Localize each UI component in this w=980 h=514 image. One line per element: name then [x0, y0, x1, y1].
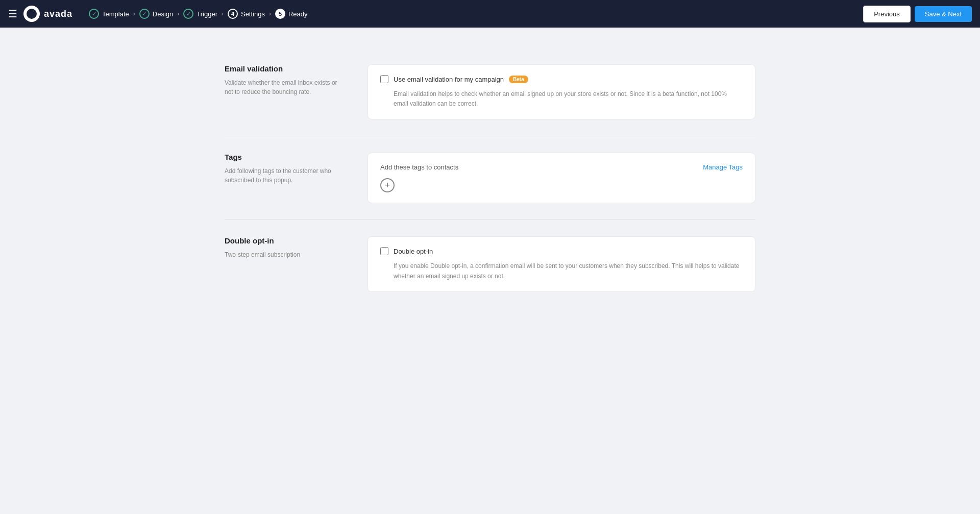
double-optin-card: Double opt-in If you enable Double opt-i… — [368, 236, 755, 291]
double-optin-checkbox-row: Double opt-in — [380, 247, 743, 255]
double-optin-section: Double opt-in Two-step email subscriptio… — [225, 220, 755, 308]
double-optin-checkbox-label: Double opt-in — [394, 248, 433, 255]
breadcrumb-template[interactable]: ✓ Template — [89, 9, 129, 19]
tags-section: Tags Add following tags to the customer … — [225, 136, 755, 220]
beta-badge: Beta — [509, 76, 528, 83]
tags-left: Tags Add following tags to the customer … — [225, 153, 347, 203]
save-next-button[interactable]: Save & Next — [915, 6, 972, 22]
trigger-label: Trigger — [197, 10, 217, 18]
email-validation-checkbox[interactable] — [380, 75, 388, 83]
double-optin-right: Double opt-in If you enable Double opt-i… — [368, 236, 755, 291]
breadcrumb-arrow-2: › — [177, 10, 179, 17]
breadcrumb-arrow-4: › — [269, 10, 271, 17]
tags-desc: Add following tags to the customer who s… — [225, 166, 347, 185]
manage-tags-link[interactable]: Manage Tags — [703, 163, 743, 171]
template-label: Template — [102, 10, 129, 18]
ready-label: Ready — [288, 10, 308, 18]
double-optin-card-desc: If you enable Double opt-in, a confirmat… — [394, 261, 743, 281]
logo-text: avada — [44, 9, 72, 19]
logo-area: avada — [23, 6, 72, 22]
breadcrumb-design[interactable]: ✓ Design — [139, 9, 173, 19]
double-optin-left: Double opt-in Two-step email subscriptio… — [225, 236, 347, 291]
double-optin-title: Double opt-in — [225, 236, 347, 245]
email-validation-section: Email validation Validate whether the em… — [225, 48, 755, 136]
design-check-icon: ✓ — [139, 9, 150, 19]
top-navigation: ☰ avada ✓ Template › ✓ Design › ✓ Trigge… — [0, 0, 980, 28]
design-label: Design — [153, 10, 173, 18]
email-validation-checkbox-row: Use email validation for my campaign Bet… — [380, 75, 743, 83]
email-validation-card: Use email validation for my campaign Bet… — [368, 64, 755, 119]
email-validation-left: Email validation Validate whether the em… — [225, 64, 347, 119]
breadcrumb-arrow-3: › — [222, 10, 224, 17]
tags-title: Tags — [225, 153, 347, 161]
double-optin-checkbox[interactable] — [380, 247, 388, 255]
menu-icon[interactable]: ☰ — [8, 8, 17, 20]
breadcrumb: ✓ Template › ✓ Design › ✓ Trigger › 4 Se… — [89, 9, 863, 19]
main-content: Email validation Validate whether the em… — [184, 28, 796, 329]
breadcrumb-settings[interactable]: 4 Settings — [228, 9, 265, 19]
template-check-icon: ✓ — [89, 9, 99, 19]
email-validation-checkbox-label: Use email validation for my campaign — [394, 76, 504, 83]
plus-icon: + — [385, 181, 390, 190]
settings-step-num: 4 — [228, 9, 238, 19]
nav-buttons: Previous Save & Next — [863, 6, 972, 22]
double-optin-desc: Two-step email subscription — [225, 250, 347, 259]
email-validation-right: Use email validation for my campaign Bet… — [368, 64, 755, 119]
add-tag-button[interactable]: + — [380, 178, 395, 192]
settings-label: Settings — [241, 10, 265, 18]
ready-step-num: 5 — [275, 9, 285, 19]
trigger-check-icon: ✓ — [183, 9, 193, 19]
tags-right: Add these tags to contacts Manage Tags + — [368, 153, 755, 203]
logo-icon — [23, 6, 40, 22]
breadcrumb-ready[interactable]: 5 Ready — [275, 9, 308, 19]
breadcrumb-arrow-1: › — [133, 10, 135, 17]
tags-contacts-label: Add these tags to contacts — [380, 163, 458, 171]
email-validation-desc: Validate whether the email inbox exists … — [225, 78, 347, 96]
tags-card: Add these tags to contacts Manage Tags + — [368, 153, 755, 203]
email-validation-card-desc: Email validation helps to check whether … — [394, 89, 743, 109]
tags-header: Add these tags to contacts Manage Tags — [380, 163, 743, 171]
previous-button[interactable]: Previous — [863, 6, 911, 22]
email-validation-title: Email validation — [225, 64, 347, 73]
breadcrumb-trigger[interactable]: ✓ Trigger — [183, 9, 217, 19]
